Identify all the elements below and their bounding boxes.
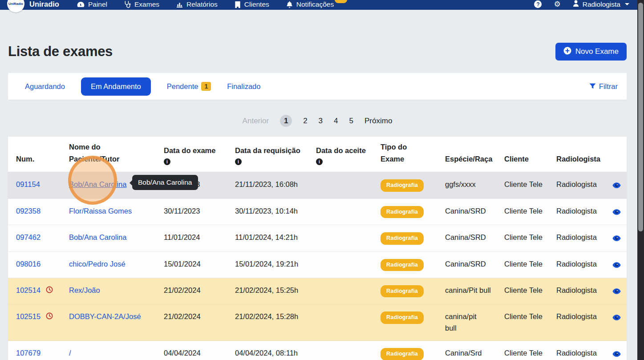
tooltip-text: Bob/Ana Carolina	[138, 178, 192, 186]
exam-type-badge: Radiografia	[381, 206, 424, 218]
exam-type-badge: Radiografia	[381, 232, 424, 244]
top-navbar: UniRadio Uniradio Painel Exames Relatóri…	[0, 0, 637, 10]
exam-number-link[interactable]: 098016	[16, 259, 41, 270]
column-exam-date-label: Data do exame	[164, 145, 215, 157]
bell-icon	[286, 1, 293, 8]
species-breed: canina/pit bull	[437, 304, 496, 340]
exam-date: 21/02/2024	[156, 278, 227, 304]
table-row[interactable]: 098016 chico/Pedro José 15/01/2024 15/01…	[8, 252, 627, 278]
pagination: Anterior 1 2 3 4 5 Próximo	[8, 115, 627, 127]
exam-date: 21/02/2024	[156, 304, 227, 340]
patient-tutor-link[interactable]: /	[69, 349, 71, 357]
patient-tutor-link[interactable]: Bob/Ana Carolina	[69, 233, 126, 241]
exam-number-link[interactable]: 091154	[16, 179, 40, 190]
view-exam-icon[interactable]	[612, 286, 621, 298]
nav-item-notificacoes[interactable]: Notificações	[286, 0, 334, 8]
table-row[interactable]: 091154 Bob/Ana Carolina 21/11/2023 21/11…	[8, 172, 627, 198]
user-menu[interactable]: Radiologista	[573, 0, 629, 8]
exam-number-link[interactable]: 092358	[16, 206, 41, 217]
new-exam-button[interactable]: Novo Exame	[555, 43, 627, 61]
pagination-page-3[interactable]: 3	[319, 117, 323, 125]
funnel-icon	[589, 82, 596, 91]
patient-tutor-link[interactable]: Bob/Ana Carolina	[69, 180, 126, 188]
request-date: 21/02/2024, 15:25h	[227, 278, 308, 304]
notifications-badge	[335, 0, 347, 3]
brand-name[interactable]: Uniradio	[29, 0, 59, 8]
pagination-next[interactable]: Próximo	[365, 117, 392, 125]
exam-type-badge: Radiografia	[381, 311, 424, 324]
column-accept-date-label: Data do aceite	[316, 145, 366, 157]
view-exam-icon[interactable]	[612, 260, 621, 271]
pagination-page-1[interactable]: 1	[280, 115, 292, 127]
nav-item-clientes[interactable]: Clientes	[235, 0, 269, 8]
exam-number-link[interactable]: 102515	[16, 311, 41, 323]
exam-type-badge: Radiografia	[381, 285, 424, 297]
logo-text: UniRadio	[8, 2, 23, 6]
exam-number-link[interactable]: 097462	[16, 232, 41, 243]
tab-aguardando[interactable]: Aguardando	[25, 82, 65, 91]
filter-button[interactable]: Filtrar	[589, 82, 618, 91]
page-scrollbar[interactable]	[637, 0, 644, 360]
table-row[interactable]: 102515 DOBBY-CAN-2A/José 21/02/2024 21/0…	[8, 304, 627, 341]
gear-icon[interactable]: ⚙	[554, 0, 560, 8]
exam-date: 04/04/2024	[156, 341, 227, 360]
exam-number-link[interactable]: 107679	[16, 348, 41, 359]
nav-item-label: Relatórios	[186, 0, 218, 8]
user-label: Radiologista	[583, 0, 620, 8]
status-tabs: Aguardando Em Andamento Pendente 1 Final…	[8, 73, 627, 100]
info-icon[interactable]	[164, 158, 170, 165]
column-exam-type: Tipo do Exame	[373, 137, 437, 172]
exam-date: 30/11/2023	[156, 199, 227, 225]
patient-tutor-link[interactable]: Flor/Raissa Gomes	[69, 207, 132, 215]
nav-item-label: Painel	[88, 0, 107, 8]
tab-pendente[interactable]: Pendente 1	[167, 82, 211, 91]
radiologist: Radiologista	[548, 225, 606, 251]
pagination-page-5[interactable]: 5	[349, 117, 353, 125]
client: Cliente Tele	[496, 341, 548, 360]
column-num: Num.	[8, 137, 61, 172]
view-exam-icon[interactable]	[612, 233, 621, 245]
view-exam-icon[interactable]	[612, 312, 621, 324]
client: Cliente Tele	[496, 304, 548, 340]
overdue-clock-icon	[46, 285, 53, 297]
plus-circle-icon	[563, 47, 571, 57]
column-species: Espécie/Raça	[437, 137, 496, 172]
view-exam-icon[interactable]	[612, 207, 621, 218]
radiologist: Radiologista	[548, 278, 606, 304]
table-header: Num. Nome do Paciente/Tutor Data do exam…	[8, 137, 627, 172]
patient-tutor-link[interactable]: chico/Pedro José	[69, 260, 126, 268]
pagination-page-2[interactable]: 2	[303, 117, 307, 125]
help-icon[interactable]	[534, 0, 542, 8]
table-row[interactable]: 097462 Bob/Ana Carolina 11/01/2024 11/01…	[8, 225, 627, 251]
table-row[interactable]: 107679 / 04/04/2024 04/04/2024, 08:11h R…	[8, 341, 627, 360]
info-icon[interactable]	[316, 158, 323, 165]
nav-right-actions: ⚙ Radiologista	[534, 0, 629, 8]
species-breed: Canina/SRD	[437, 199, 496, 225]
table-row[interactable]: 102514 Rex/João 21/02/2024 21/02/2024, 1…	[8, 278, 627, 304]
species-breed: Canina/Srd	[437, 341, 496, 360]
main-content: Lista de exames Novo Exame Aguardando Em…	[0, 10, 637, 360]
radiologist: Radiologista	[548, 304, 606, 340]
tab-finalizado[interactable]: Finalizado	[227, 82, 260, 91]
patient-tutor-link[interactable]: Rex/João	[69, 286, 100, 294]
nav-item-painel[interactable]: Painel	[77, 0, 107, 8]
view-exam-icon[interactable]	[612, 349, 621, 360]
accept-date	[308, 252, 373, 278]
chevron-down-icon	[625, 3, 629, 5]
info-icon[interactable]	[235, 158, 242, 165]
patient-tutor-link[interactable]: DOBBY-CAN-2A/José	[69, 312, 141, 320]
client: Cliente Tele	[496, 199, 548, 225]
pagination-page-4[interactable]: 4	[334, 117, 338, 125]
table-row[interactable]: 092358 Flor/Raissa Gomes 30/11/2023 30/1…	[8, 199, 627, 225]
nav-item-exames[interactable]: Exames	[124, 0, 159, 8]
column-radiologist: Radiologista	[548, 137, 606, 172]
exam-number-link[interactable]: 102514	[16, 285, 41, 296]
accept-date	[308, 199, 373, 225]
view-exam-icon[interactable]	[612, 180, 621, 192]
column-request-date: Data da requisição	[227, 137, 308, 172]
scrollbar-thumb[interactable]	[638, 3, 643, 231]
exam-date: 15/01/2024	[156, 252, 227, 278]
nav-item-label: Clientes	[244, 0, 269, 8]
tab-em-andamento[interactable]: Em Andamento	[81, 77, 151, 96]
nav-item-relatorios[interactable]: Relatórios	[176, 0, 218, 8]
